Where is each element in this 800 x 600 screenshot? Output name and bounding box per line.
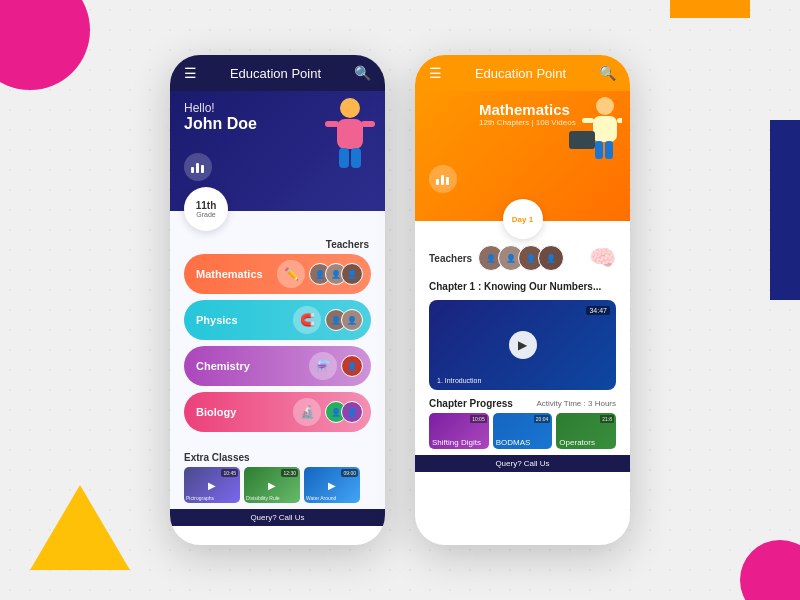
chart-icon (184, 153, 212, 181)
teachers-section: Teachers 👤 👤 👤 👤 🧠 (429, 245, 616, 271)
activity-time: Activity Time : 3 Hours (536, 399, 616, 408)
pv-time: 21:8 (600, 415, 614, 423)
phone2-title: Education Point (475, 66, 566, 81)
bg-orange-decoration (670, 0, 750, 18)
video-duration: 34:47 (586, 306, 610, 315)
svg-rect-15 (617, 118, 622, 123)
query-text-p2: Query? Call Us (495, 459, 549, 468)
video-time: 10:45 (221, 469, 238, 477)
svg-rect-9 (436, 179, 439, 185)
subject-physics[interactable]: Physics 🧲 👤 👤 (184, 300, 371, 340)
subject-biology[interactable]: Biology 🔬 👤 👤 (184, 392, 371, 432)
phone1-header: ☰ Education Point 🔍 (170, 55, 385, 91)
subject-biology-name: Biology (196, 406, 236, 418)
svg-rect-18 (569, 131, 595, 149)
query-bar-p2: Query? Call Us (415, 455, 630, 472)
svg-rect-7 (196, 163, 199, 173)
grade-badge: 11th Grade (184, 187, 228, 231)
phone2-header: ☰ Education Point 🔍 (415, 55, 630, 91)
video-thumb-3[interactable]: ▶ Water Around 09:00 (304, 467, 360, 503)
pv-title: Shifting Digits (432, 438, 481, 447)
extra-classes-label: Extra Classes (184, 452, 371, 463)
cp-title: Chapter Progress (429, 398, 513, 409)
avatar: 👤 (341, 355, 363, 377)
svg-rect-4 (339, 148, 349, 168)
video-thumbnails: ▶ Pictrographs 10:45 ▶ Divisibility Rule… (184, 467, 371, 503)
bg-blue-decoration (770, 120, 800, 300)
phone2-content: Teachers 👤 👤 👤 👤 🧠 Chapter 1 : Knowing O… (415, 221, 630, 455)
math-teachers: 👤 👤 👤 (309, 263, 363, 285)
subject-math-name: Mathematics (196, 268, 263, 280)
avatar: 👤 (341, 309, 363, 331)
hero-person-p2 (567, 96, 622, 166)
play-icon: ▶ (208, 480, 216, 491)
video-time: 12:30 (281, 469, 298, 477)
svg-rect-8 (201, 165, 204, 173)
play-icon: ▶ (268, 480, 276, 491)
video-thumb-1[interactable]: ▶ Pictrographs 10:45 (184, 467, 240, 503)
bg-yellow-decoration (30, 485, 130, 570)
svg-rect-14 (582, 118, 594, 123)
play-button[interactable]: ▶ (509, 331, 537, 359)
video-title: Pictrographs (186, 495, 214, 501)
play-icon: ▶ (328, 480, 336, 491)
search-icon[interactable]: 🔍 (354, 65, 371, 81)
svg-rect-13 (593, 116, 617, 142)
hero-person-illustration (315, 96, 375, 176)
hamburger-icon[interactable]: ☰ (184, 65, 197, 81)
brain-icon: 🧠 (589, 245, 616, 271)
teacher-group: 👤 👤 👤 👤 (478, 245, 564, 271)
day-badge: Day 1 (503, 199, 543, 239)
svg-rect-3 (361, 121, 375, 127)
phone2-hero: Mathematics 12th Chapters | 108 Videos D… (415, 91, 630, 221)
phone2: ☰ Education Point 🔍 Mathematics 12th Cha… (415, 55, 630, 545)
day-text: Day 1 (512, 215, 533, 224)
chapter-heading: Chapter 1 : Knowing Our Numbers... (429, 281, 616, 292)
phone1-hero: Hello! John Doe 11th Grade (170, 91, 385, 211)
progress-video-1[interactable]: Shifting Digits 10:05 (429, 413, 489, 449)
pv-time: 10:05 (470, 415, 487, 423)
phone1-title: Education Point (230, 66, 321, 81)
chapter-progress-header: Chapter Progress Activity Time : 3 Hours (429, 398, 616, 409)
physics-icon: 🧲 (293, 306, 321, 334)
main-video[interactable]: ▶ 1. Introduction 34:47 (429, 300, 616, 390)
avatar: 👤 (538, 245, 564, 271)
query-bar: Query? Call Us (170, 509, 385, 526)
svg-rect-10 (441, 175, 444, 185)
progress-videos: Shifting Digits 10:05 BODMAS 20:04 Opera… (429, 413, 616, 449)
extra-classes-section: Extra Classes ▶ Pictrographs 10:45 ▶ Div… (170, 446, 385, 509)
svg-rect-17 (605, 141, 613, 159)
teachers-title: Teachers (429, 253, 472, 264)
video-time: 09:00 (341, 469, 358, 477)
chemistry-icon: ⚗️ (309, 352, 337, 380)
pv-time: 20:04 (534, 415, 551, 423)
svg-rect-1 (337, 119, 363, 149)
svg-rect-6 (191, 167, 194, 173)
svg-rect-5 (351, 148, 361, 168)
video-title: Water Around (306, 495, 336, 501)
video-title: Divisibility Rule (246, 495, 280, 501)
video-thumb-2[interactable]: ▶ Divisibility Rule 12:30 (244, 467, 300, 503)
svg-rect-16 (595, 141, 603, 159)
svg-rect-2 (325, 121, 339, 127)
progress-video-3[interactable]: Operators 21:8 (556, 413, 616, 449)
avatar: 👤 (341, 263, 363, 285)
pv-title: BODMAS (496, 438, 531, 447)
video-intro-label: 1. Introduction (437, 377, 481, 384)
math-icon: ✏️ (277, 260, 305, 288)
progress-video-2[interactable]: BODMAS 20:04 (493, 413, 553, 449)
subject-chemistry[interactable]: Chemistry ⚗️ 👤 (184, 346, 371, 386)
subject-chemistry-name: Chemistry (196, 360, 250, 372)
avatar: 👤 (341, 401, 363, 423)
query-text: Query? Call Us (250, 513, 304, 522)
subject-mathematics[interactable]: Mathematics ✏️ 👤 👤 👤 (184, 254, 371, 294)
search-icon-p2[interactable]: 🔍 (599, 65, 616, 81)
biology-teachers: 👤 👤 (325, 401, 363, 423)
physics-teachers: 👤 👤 (325, 309, 363, 331)
svg-point-12 (596, 97, 614, 115)
teachers-label: Teachers (184, 239, 371, 250)
chemistry-teachers: 👤 (341, 355, 363, 377)
subject-physics-name: Physics (196, 314, 238, 326)
chart-icon-p2 (429, 165, 457, 193)
hamburger-icon-p2[interactable]: ☰ (429, 65, 442, 81)
